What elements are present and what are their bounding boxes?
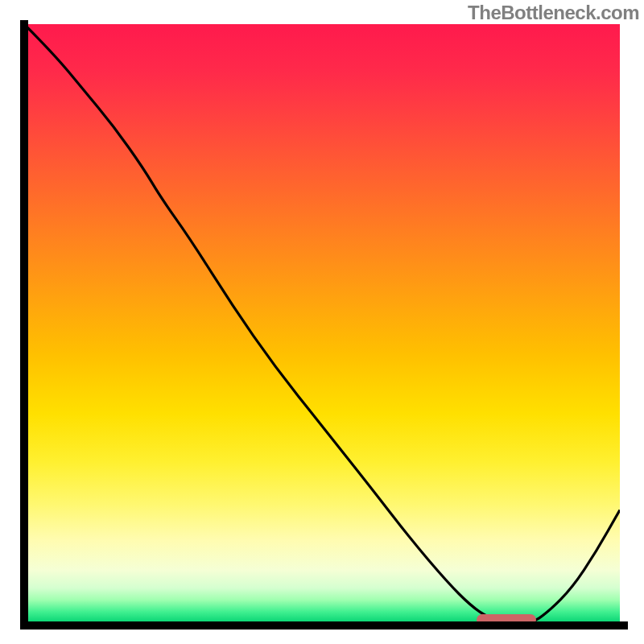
watermark-text: TheBottleneck.com [468,2,639,24]
y-axis [20,20,28,630]
x-axis [20,621,628,630]
plot-gradient-area [24,24,620,624]
bottleneck-chart: TheBottleneck.com [0,0,644,644]
